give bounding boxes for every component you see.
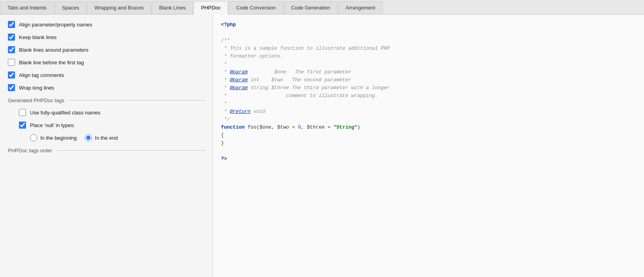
- checkbox-row-blank-around: Blank lines around parameters: [8, 46, 205, 53]
- generated-phpdoc-label: Generated PHPDoc tags: [8, 97, 64, 103]
- checkbox-row-align-param: Align parameter/property names: [8, 21, 205, 28]
- tab-bar: Tabs and Indents Spaces Wrapping and Bra…: [0, 0, 644, 15]
- checkbox-place-null[interactable]: [19, 122, 26, 129]
- tab-wrapping-braces[interactable]: Wrapping and Braces: [87, 1, 151, 14]
- checkbox-row-keep-blank: Keep blank lines: [8, 34, 205, 41]
- tab-arrangement[interactable]: Arrangement: [338, 1, 383, 14]
- radio-option-beginning[interactable]: In the beginning: [30, 134, 77, 141]
- code-line-blank2: [221, 147, 636, 155]
- tags-order-label: PHPDoc tags order: [8, 148, 52, 153]
- checkbox-wrap-long-lines[interactable]: [8, 84, 15, 91]
- checkbox-row-wrap-long: Wrap long lines: [8, 84, 205, 91]
- code-line-doc-close: */: [221, 116, 636, 124]
- code-line-blank1: [221, 29, 636, 37]
- code-line-function: function foo($one, $two = 0, $three = "S…: [221, 124, 636, 131]
- code-line-doc-4: *: [221, 100, 636, 108]
- label-beginning: In the beginning: [40, 135, 77, 141]
- code-line-open-brace: {: [221, 131, 636, 139]
- null-position-radio-row: In the beginning In the end: [30, 134, 205, 141]
- label-wrap-long-lines: Wrap long lines: [19, 85, 54, 91]
- tab-code-conversion[interactable]: Code Conversion: [228, 1, 283, 14]
- tags-order-divider: PHPDoc tags order: [8, 148, 205, 153]
- checkbox-fully-qualified[interactable]: [19, 109, 26, 116]
- label-align-tag-comments: Align tag comments: [19, 72, 64, 78]
- code-line-param3: * @param string $three The third paramet…: [221, 84, 636, 92]
- code-line-param2: * @param int $two The second parameter: [221, 76, 636, 84]
- label-align-param: Align parameter/property names: [19, 22, 92, 28]
- tab-code-generation[interactable]: Code Generation: [284, 1, 338, 14]
- main-content: Align parameter/property names Keep blan…: [0, 15, 644, 277]
- tags-order-line: [56, 150, 205, 151]
- label-place-null: Place ‘null’ in types:: [30, 122, 75, 128]
- left-panel: Align parameter/property names Keep blan…: [0, 15, 213, 277]
- code-line-doc-1: * This is a sample function to illustrat…: [221, 45, 636, 52]
- checkbox-row-blank-first: Blank line before the first tag: [8, 59, 205, 66]
- checkbox-blank-before-first[interactable]: [8, 59, 15, 66]
- checkbox-keep-blank[interactable]: [8, 34, 15, 41]
- label-fully-qualified: Use fully-qualified class names: [30, 110, 100, 116]
- tab-blank-lines[interactable]: Blank Lines: [152, 1, 193, 14]
- label-blank-before-first: Blank line before the first tag: [19, 60, 84, 66]
- radio-beginning[interactable]: [30, 134, 37, 141]
- radio-option-end[interactable]: In the end: [85, 134, 118, 141]
- tab-spaces[interactable]: Spaces: [54, 1, 86, 14]
- checkbox-align-param[interactable]: [8, 21, 15, 28]
- code-line-doc-2: * formatter options.: [221, 52, 636, 60]
- tab-phpdoc[interactable]: PHPDoc: [193, 1, 228, 15]
- label-keep-blank: Keep blank lines: [19, 34, 56, 40]
- generated-phpdoc-divider: Generated PHPDoc tags: [8, 97, 205, 103]
- code-line-doc-open: /**: [221, 37, 636, 45]
- code-line-php-close: ?>: [221, 155, 636, 163]
- sub-checkbox-row-null: Place ‘null’ in types:: [19, 122, 205, 129]
- label-blank-around-params: Blank lines around parameters: [19, 47, 88, 53]
- code-line-param1: * @param $one The first parameter: [221, 68, 636, 76]
- code-preview-panel: <?php /** * This is a sample function to…: [213, 15, 644, 277]
- code-line-doc-3: *: [221, 60, 636, 68]
- code-line-wrap: * comment to illustrate wrapping.: [221, 92, 636, 100]
- checkbox-blank-around-params[interactable]: [8, 46, 15, 53]
- label-end: In the end: [95, 135, 118, 141]
- code-line-close-brace: }: [221, 139, 636, 147]
- checkbox-align-tag-comments[interactable]: [8, 71, 15, 79]
- code-line-php-open: <?php: [221, 21, 636, 29]
- checkbox-row-align-tag: Align tag comments: [8, 71, 205, 79]
- divider-line: [68, 100, 205, 101]
- sub-checkbox-row-qualified: Use fully-qualified class names: [19, 109, 205, 116]
- code-line-return: * @return void: [221, 108, 636, 116]
- tab-tabs-indents[interactable]: Tabs and Indents: [0, 1, 54, 14]
- radio-end[interactable]: [85, 134, 92, 141]
